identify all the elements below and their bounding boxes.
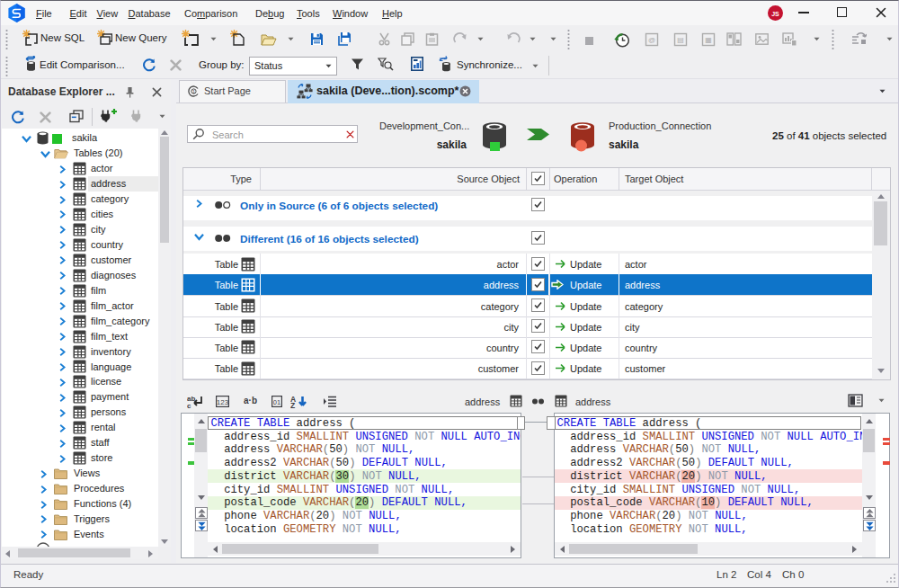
svg-text:01: 01 — [273, 398, 280, 406]
svg-text:c: c — [187, 402, 191, 409]
svg-text:▤: ▤ — [677, 36, 684, 44]
svg-text:@: @ — [648, 36, 655, 44]
svg-text:1: 1 — [192, 89, 195, 94]
svg-text:123: 123 — [217, 398, 229, 406]
svg-text:JS: JS — [771, 11, 779, 17]
svg-text:▦: ▦ — [705, 36, 712, 44]
svg-text:Z: Z — [290, 401, 295, 408]
